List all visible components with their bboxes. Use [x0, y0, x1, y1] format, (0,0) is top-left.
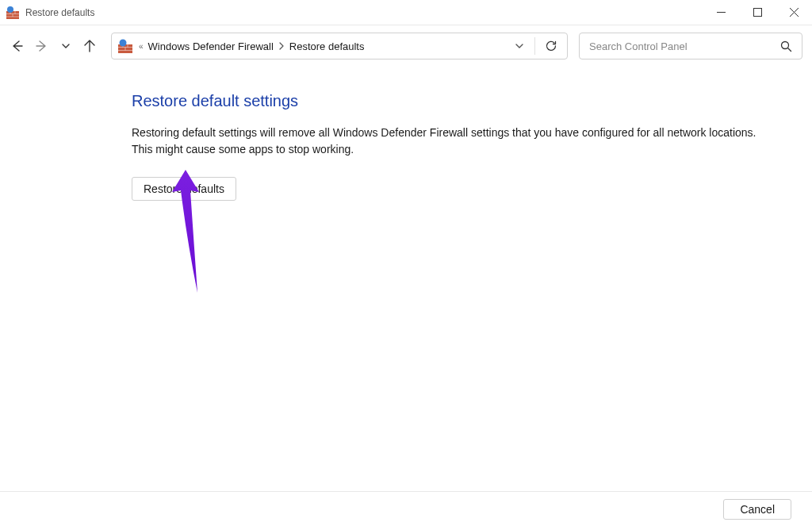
minimize-button[interactable]	[703, 0, 739, 25]
arrow-left-icon	[10, 39, 24, 53]
arrow-up-icon	[82, 39, 97, 53]
toolbar: « Windows Defender Firewall Restore defa…	[0, 25, 812, 67]
recent-locations-button[interactable]	[60, 40, 71, 52]
address-right-controls	[514, 37, 561, 55]
nav-arrows-group	[10, 39, 97, 53]
chevron-down-icon	[60, 40, 71, 52]
breadcrumb-item-restore[interactable]: Restore defaults	[289, 40, 365, 52]
firewall-path-icon	[118, 39, 132, 53]
window-controls	[703, 0, 812, 25]
titlebar: Restore defaults	[0, 0, 812, 25]
page-title: Restore default settings	[132, 92, 812, 110]
search-icon[interactable]	[780, 40, 792, 52]
chevron-down-icon[interactable]	[514, 40, 525, 52]
main-content: Restore default settings Restoring defau…	[0, 67, 812, 491]
svg-point-17	[120, 40, 127, 47]
breadcrumb-prev-icon[interactable]: «	[139, 42, 144, 51]
footer: Cancel	[0, 491, 812, 526]
window-title: Restore defaults	[25, 7, 703, 18]
page-description: Restoring default settings will remove a…	[132, 125, 774, 158]
back-button[interactable]	[10, 39, 24, 53]
breadcrumb: « Windows Defender Firewall Restore defa…	[139, 40, 508, 52]
svg-point-6	[7, 6, 13, 13]
separator	[534, 37, 535, 55]
close-icon	[790, 8, 799, 17]
maximize-icon	[753, 8, 762, 17]
svg-rect-8	[753, 9, 761, 17]
address-bar[interactable]: « Windows Defender Firewall Restore defa…	[111, 33, 568, 60]
firewall-app-icon	[6, 6, 19, 19]
restore-defaults-button[interactable]: Restore defaults	[132, 177, 236, 201]
minimize-icon	[717, 8, 726, 17]
up-button[interactable]	[82, 39, 97, 53]
search-input[interactable]	[589, 40, 780, 52]
svg-line-19	[788, 48, 791, 51]
search-box[interactable]	[579, 33, 802, 60]
refresh-icon[interactable]	[545, 40, 557, 52]
close-button[interactable]	[776, 0, 812, 25]
maximize-button[interactable]	[739, 0, 776, 25]
breadcrumb-item-firewall[interactable]: Windows Defender Firewall	[148, 40, 274, 52]
arrow-right-icon	[35, 39, 49, 53]
chevron-right-icon	[278, 42, 285, 50]
forward-button[interactable]	[35, 39, 49, 53]
cancel-button[interactable]: Cancel	[723, 499, 791, 520]
